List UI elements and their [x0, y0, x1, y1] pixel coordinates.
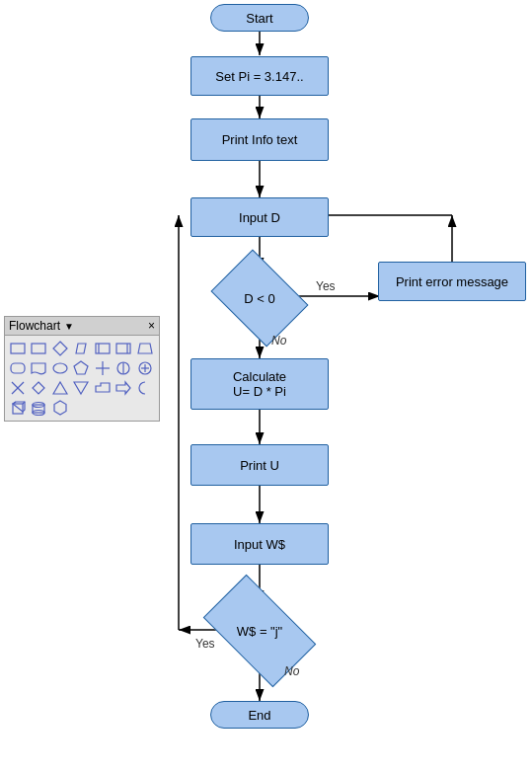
shape-rect2[interactable]: [30, 340, 47, 357]
shape-rounded[interactable]: [9, 359, 27, 377]
shape-rect[interactable]: [9, 340, 27, 357]
start-label: Start: [246, 11, 272, 26]
shape-rect4[interactable]: [114, 340, 132, 357]
no1-label: No: [271, 334, 286, 348]
shape-x[interactable]: [9, 379, 27, 397]
shape-diamond[interactable]: [51, 340, 69, 357]
shape-oval[interactable]: [51, 359, 69, 377]
yes1-label: Yes: [316, 279, 336, 293]
shape-trapezoid[interactable]: [136, 340, 154, 357]
svg-marker-47: [54, 401, 66, 415]
panel-dropdown-arrow[interactable]: ▼: [64, 321, 74, 332]
svg-rect-16: [32, 344, 45, 353]
input-d-label: Input D: [239, 210, 280, 225]
end-node[interactable]: End: [210, 701, 309, 729]
start-node[interactable]: Start: [210, 4, 309, 32]
d-lt-0-label: D < 0: [244, 291, 274, 306]
svg-marker-38: [74, 382, 88, 394]
svg-rect-24: [11, 363, 25, 373]
panel-shapes-grid: [5, 336, 159, 421]
svg-rect-15: [11, 344, 25, 353]
print-u-node[interactable]: Print U: [190, 444, 329, 486]
svg-marker-23: [138, 344, 152, 353]
print-info-label: Print Info text: [222, 132, 298, 147]
flowchart-panel: Flowchart ▼ ×: [4, 316, 160, 422]
shape-cube[interactable]: [9, 399, 27, 417]
svg-marker-36: [33, 382, 44, 394]
shape-pentagon[interactable]: [72, 359, 90, 377]
print-error-label: Print error message: [396, 274, 508, 289]
svg-marker-18: [76, 344, 86, 353]
shape-rect3[interactable]: [94, 340, 112, 357]
shape-triangle[interactable]: [51, 379, 69, 397]
input-w-node[interactable]: Input W$: [190, 523, 329, 565]
print-error-node[interactable]: Print error message: [378, 262, 526, 301]
print-info-node[interactable]: Print Info text: [190, 118, 329, 161]
panel-title: Flowchart: [9, 319, 60, 333]
input-w-label: Input W$: [234, 537, 285, 552]
input-d-node[interactable]: Input D: [190, 197, 329, 237]
shape-hexagon[interactable]: [51, 399, 69, 417]
svg-marker-37: [53, 382, 67, 394]
shape-down-triangle[interactable]: [72, 379, 90, 397]
set-pi-label: Set Pi = 3.147..: [215, 69, 303, 84]
panel-close-button[interactable]: ×: [148, 319, 155, 333]
w-eq-j-node[interactable]: W$ = "j": [210, 600, 309, 661]
svg-point-25: [53, 363, 67, 373]
shape-circle[interactable]: [114, 359, 132, 377]
no2-label: No: [284, 664, 299, 678]
svg-marker-26: [74, 361, 88, 374]
d-lt-0-node[interactable]: D < 0: [220, 269, 299, 328]
end-label: End: [248, 708, 270, 723]
svg-rect-21: [116, 344, 130, 353]
svg-marker-39: [116, 382, 130, 394]
yes2-label: Yes: [195, 637, 215, 651]
shape-plus-circle[interactable]: [136, 359, 154, 377]
print-u-label: Print U: [240, 458, 279, 473]
set-pi-node[interactable]: Set Pi = 3.147..: [190, 56, 329, 96]
shape-arrow-right[interactable]: [114, 379, 132, 397]
shape-moon[interactable]: [136, 379, 154, 397]
shape-cross[interactable]: [94, 359, 112, 377]
svg-marker-17: [53, 342, 67, 355]
w-eq-j-label: W$ = "j": [237, 624, 282, 639]
shape-diamond2[interactable]: [30, 379, 47, 397]
panel-header: Flowchart ▼ ×: [5, 317, 159, 336]
shape-parallelogram[interactable]: [72, 340, 90, 357]
shape-step[interactable]: [94, 379, 112, 397]
shape-doc[interactable]: [30, 359, 47, 377]
calculate-node[interactable]: Calculate U= D * Pi: [190, 358, 329, 410]
svg-rect-19: [96, 344, 110, 353]
calculate-label: Calculate U= D * Pi: [233, 369, 286, 399]
shape-cylinder[interactable]: [30, 399, 47, 417]
